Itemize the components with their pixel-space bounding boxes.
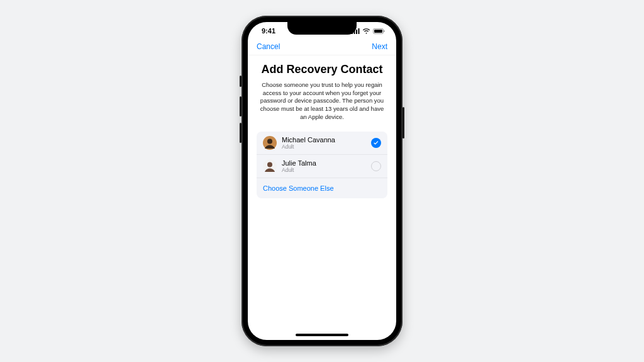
side-button <box>402 107 404 139</box>
volume-up-button <box>240 96 242 116</box>
contact-text: Michael Cavanna Adult <box>282 136 366 150</box>
contact-subtitle: Adult <box>282 144 366 150</box>
status-icons <box>352 28 385 34</box>
battery-icon <box>373 28 385 34</box>
choose-someone-else-button[interactable]: Choose Someone Else <box>257 178 387 198</box>
contact-text: Julie Talma Adult <box>282 159 366 173</box>
checkmark-unselected-icon <box>371 161 381 171</box>
home-indicator <box>296 334 348 336</box>
contact-row[interactable]: Michael Cavanna Adult <box>257 132 387 155</box>
svg-point-8 <box>267 139 272 144</box>
screen: 9:41 Cancel Next Add Recovery Contact Ch… <box>248 22 396 340</box>
volume-down-button <box>240 123 242 143</box>
contact-name: Michael Cavanna <box>282 136 366 144</box>
contact-subtitle: Adult <box>282 167 366 173</box>
status-bar: 9:41 <box>248 22 396 40</box>
svg-rect-2 <box>356 30 357 34</box>
contact-row[interactable]: Julie Talma Adult <box>257 155 387 178</box>
cellular-signal-icon <box>352 28 360 34</box>
contact-list: Michael Cavanna Adult Julie Talma Adult <box>257 132 387 198</box>
contact-name: Julie Talma <box>282 159 366 167</box>
wifi-icon <box>362 28 370 34</box>
svg-rect-3 <box>358 28 360 34</box>
avatar <box>263 136 277 150</box>
svg-rect-0 <box>352 32 353 34</box>
cancel-button[interactable]: Cancel <box>257 42 280 51</box>
svg-rect-5 <box>374 30 382 33</box>
status-time: 9:41 <box>262 27 275 35</box>
mute-switch <box>240 76 242 87</box>
next-button[interactable]: Next <box>372 42 387 51</box>
checkmark-selected-icon <box>371 138 381 148</box>
svg-rect-6 <box>384 30 384 32</box>
svg-point-10 <box>267 162 272 167</box>
page-description: Choose someone you trust to help you reg… <box>257 81 387 122</box>
content: Add Recovery Contact Choose someone you … <box>248 55 396 340</box>
page-title: Add Recovery Contact <box>257 63 387 76</box>
iphone-device-frame: 9:41 Cancel Next Add Recovery Contact Ch… <box>242 16 402 346</box>
avatar <box>263 159 277 173</box>
nav-bar: Cancel Next <box>248 40 396 55</box>
svg-rect-1 <box>354 31 355 34</box>
